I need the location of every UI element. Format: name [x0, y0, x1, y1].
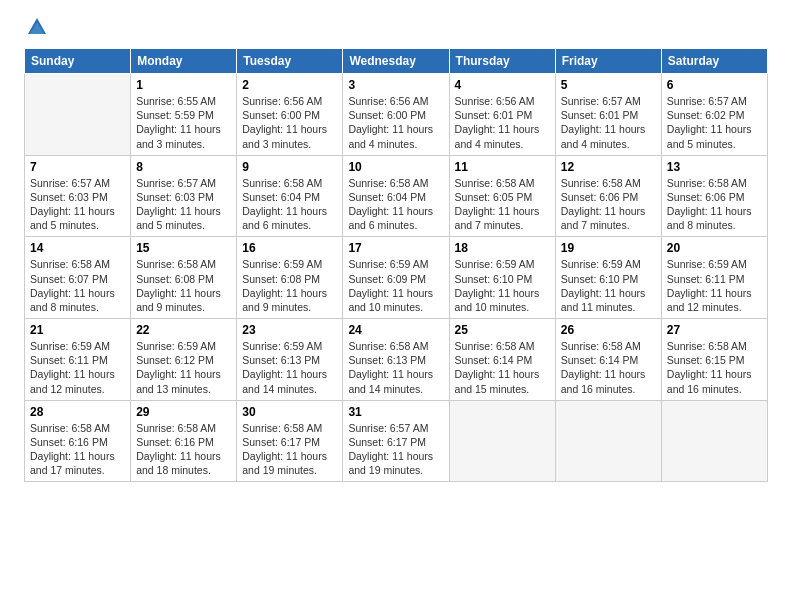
day-number: 22	[136, 323, 231, 337]
day-number: 13	[667, 160, 762, 174]
logo-icon	[26, 16, 48, 38]
day-number: 6	[667, 78, 762, 92]
day-number: 19	[561, 241, 656, 255]
day-number: 7	[30, 160, 125, 174]
week-row-4: 21Sunrise: 6:59 AMSunset: 6:11 PMDayligh…	[25, 319, 768, 401]
day-info: Sunrise: 6:59 AMSunset: 6:08 PMDaylight:…	[242, 257, 337, 314]
day-info: Sunrise: 6:59 AMSunset: 6:10 PMDaylight:…	[455, 257, 550, 314]
calendar-cell: 10Sunrise: 6:58 AMSunset: 6:04 PMDayligh…	[343, 155, 449, 237]
day-info: Sunrise: 6:58 AMSunset: 6:06 PMDaylight:…	[561, 176, 656, 233]
day-number: 30	[242, 405, 337, 419]
week-row-2: 7Sunrise: 6:57 AMSunset: 6:03 PMDaylight…	[25, 155, 768, 237]
weekday-header-thursday: Thursday	[449, 49, 555, 74]
day-number: 14	[30, 241, 125, 255]
calendar-cell	[661, 400, 767, 482]
week-row-5: 28Sunrise: 6:58 AMSunset: 6:16 PMDayligh…	[25, 400, 768, 482]
day-number: 9	[242, 160, 337, 174]
day-info: Sunrise: 6:58 AMSunset: 6:06 PMDaylight:…	[667, 176, 762, 233]
calendar-cell: 14Sunrise: 6:58 AMSunset: 6:07 PMDayligh…	[25, 237, 131, 319]
day-info: Sunrise: 6:56 AMSunset: 6:00 PMDaylight:…	[242, 94, 337, 151]
day-info: Sunrise: 6:59 AMSunset: 6:13 PMDaylight:…	[242, 339, 337, 396]
weekday-header-monday: Monday	[131, 49, 237, 74]
calendar-cell: 18Sunrise: 6:59 AMSunset: 6:10 PMDayligh…	[449, 237, 555, 319]
day-number: 16	[242, 241, 337, 255]
day-info: Sunrise: 6:57 AMSunset: 6:03 PMDaylight:…	[30, 176, 125, 233]
day-info: Sunrise: 6:58 AMSunset: 6:04 PMDaylight:…	[348, 176, 443, 233]
calendar-cell: 11Sunrise: 6:58 AMSunset: 6:05 PMDayligh…	[449, 155, 555, 237]
day-info: Sunrise: 6:58 AMSunset: 6:13 PMDaylight:…	[348, 339, 443, 396]
weekday-header-saturday: Saturday	[661, 49, 767, 74]
day-number: 25	[455, 323, 550, 337]
day-number: 4	[455, 78, 550, 92]
calendar-cell: 26Sunrise: 6:58 AMSunset: 6:14 PMDayligh…	[555, 319, 661, 401]
weekday-header-tuesday: Tuesday	[237, 49, 343, 74]
logo	[24, 20, 48, 34]
calendar-cell: 5Sunrise: 6:57 AMSunset: 6:01 PMDaylight…	[555, 74, 661, 156]
day-number: 17	[348, 241, 443, 255]
weekday-header-sunday: Sunday	[25, 49, 131, 74]
calendar-cell: 13Sunrise: 6:58 AMSunset: 6:06 PMDayligh…	[661, 155, 767, 237]
calendar-cell: 22Sunrise: 6:59 AMSunset: 6:12 PMDayligh…	[131, 319, 237, 401]
day-number: 15	[136, 241, 231, 255]
day-info: Sunrise: 6:56 AMSunset: 6:01 PMDaylight:…	[455, 94, 550, 151]
calendar-cell: 1Sunrise: 6:55 AMSunset: 5:59 PMDaylight…	[131, 74, 237, 156]
calendar-cell: 29Sunrise: 6:58 AMSunset: 6:16 PMDayligh…	[131, 400, 237, 482]
day-info: Sunrise: 6:58 AMSunset: 6:14 PMDaylight:…	[561, 339, 656, 396]
day-number: 27	[667, 323, 762, 337]
day-info: Sunrise: 6:55 AMSunset: 5:59 PMDaylight:…	[136, 94, 231, 151]
calendar-cell: 16Sunrise: 6:59 AMSunset: 6:08 PMDayligh…	[237, 237, 343, 319]
day-info: Sunrise: 6:59 AMSunset: 6:12 PMDaylight:…	[136, 339, 231, 396]
day-info: Sunrise: 6:59 AMSunset: 6:09 PMDaylight:…	[348, 257, 443, 314]
day-number: 1	[136, 78, 231, 92]
calendar-cell: 23Sunrise: 6:59 AMSunset: 6:13 PMDayligh…	[237, 319, 343, 401]
day-info: Sunrise: 6:58 AMSunset: 6:14 PMDaylight:…	[455, 339, 550, 396]
day-info: Sunrise: 6:58 AMSunset: 6:15 PMDaylight:…	[667, 339, 762, 396]
weekday-header-wednesday: Wednesday	[343, 49, 449, 74]
day-info: Sunrise: 6:58 AMSunset: 6:04 PMDaylight:…	[242, 176, 337, 233]
calendar-cell: 20Sunrise: 6:59 AMSunset: 6:11 PMDayligh…	[661, 237, 767, 319]
weekday-header-row: SundayMondayTuesdayWednesdayThursdayFrid…	[25, 49, 768, 74]
calendar-cell: 27Sunrise: 6:58 AMSunset: 6:15 PMDayligh…	[661, 319, 767, 401]
day-number: 26	[561, 323, 656, 337]
calendar-cell: 21Sunrise: 6:59 AMSunset: 6:11 PMDayligh…	[25, 319, 131, 401]
day-info: Sunrise: 6:58 AMSunset: 6:05 PMDaylight:…	[455, 176, 550, 233]
day-info: Sunrise: 6:58 AMSunset: 6:17 PMDaylight:…	[242, 421, 337, 478]
day-info: Sunrise: 6:59 AMSunset: 6:11 PMDaylight:…	[30, 339, 125, 396]
day-info: Sunrise: 6:57 AMSunset: 6:17 PMDaylight:…	[348, 421, 443, 478]
calendar-cell: 25Sunrise: 6:58 AMSunset: 6:14 PMDayligh…	[449, 319, 555, 401]
week-row-3: 14Sunrise: 6:58 AMSunset: 6:07 PMDayligh…	[25, 237, 768, 319]
calendar-cell: 28Sunrise: 6:58 AMSunset: 6:16 PMDayligh…	[25, 400, 131, 482]
day-number: 21	[30, 323, 125, 337]
day-info: Sunrise: 6:58 AMSunset: 6:16 PMDaylight:…	[30, 421, 125, 478]
calendar-cell: 2Sunrise: 6:56 AMSunset: 6:00 PMDaylight…	[237, 74, 343, 156]
calendar-cell	[555, 400, 661, 482]
calendar-cell: 8Sunrise: 6:57 AMSunset: 6:03 PMDaylight…	[131, 155, 237, 237]
day-number: 11	[455, 160, 550, 174]
day-info: Sunrise: 6:57 AMSunset: 6:02 PMDaylight:…	[667, 94, 762, 151]
day-info: Sunrise: 6:57 AMSunset: 6:03 PMDaylight:…	[136, 176, 231, 233]
calendar-cell: 12Sunrise: 6:58 AMSunset: 6:06 PMDayligh…	[555, 155, 661, 237]
header	[24, 20, 768, 34]
day-number: 12	[561, 160, 656, 174]
page: SundayMondayTuesdayWednesdayThursdayFrid…	[0, 0, 792, 498]
day-info: Sunrise: 6:57 AMSunset: 6:01 PMDaylight:…	[561, 94, 656, 151]
day-number: 23	[242, 323, 337, 337]
day-number: 5	[561, 78, 656, 92]
day-number: 31	[348, 405, 443, 419]
calendar-cell: 6Sunrise: 6:57 AMSunset: 6:02 PMDaylight…	[661, 74, 767, 156]
day-number: 2	[242, 78, 337, 92]
day-info: Sunrise: 6:59 AMSunset: 6:11 PMDaylight:…	[667, 257, 762, 314]
calendar-cell: 17Sunrise: 6:59 AMSunset: 6:09 PMDayligh…	[343, 237, 449, 319]
calendar-cell: 9Sunrise: 6:58 AMSunset: 6:04 PMDaylight…	[237, 155, 343, 237]
week-row-1: 1Sunrise: 6:55 AMSunset: 5:59 PMDaylight…	[25, 74, 768, 156]
calendar-cell: 19Sunrise: 6:59 AMSunset: 6:10 PMDayligh…	[555, 237, 661, 319]
calendar-cell: 30Sunrise: 6:58 AMSunset: 6:17 PMDayligh…	[237, 400, 343, 482]
calendar-cell: 24Sunrise: 6:58 AMSunset: 6:13 PMDayligh…	[343, 319, 449, 401]
day-number: 20	[667, 241, 762, 255]
day-info: Sunrise: 6:58 AMSunset: 6:16 PMDaylight:…	[136, 421, 231, 478]
calendar-cell: 15Sunrise: 6:58 AMSunset: 6:08 PMDayligh…	[131, 237, 237, 319]
day-info: Sunrise: 6:58 AMSunset: 6:08 PMDaylight:…	[136, 257, 231, 314]
day-number: 10	[348, 160, 443, 174]
calendar-cell	[449, 400, 555, 482]
day-number: 18	[455, 241, 550, 255]
